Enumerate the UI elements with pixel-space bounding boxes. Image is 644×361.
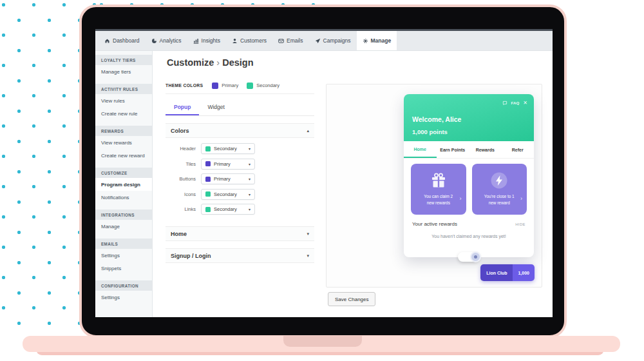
dropdown-value: Secondary	[214, 206, 245, 212]
gear-icon	[363, 38, 368, 44]
nav-item-dashboard[interactable]: Dashboard	[99, 31, 146, 50]
color-swatch	[205, 207, 211, 212]
save-changes-button[interactable]: Save Changes	[328, 292, 375, 306]
nav-item-emails[interactable]: Emails	[272, 31, 309, 50]
tile-text: You're close to 1new reward	[472, 193, 527, 206]
header-color-dropdown[interactable]: Secondary ▾	[201, 143, 255, 154]
top-navbar: Dashboard Analytics Insights Customers E…	[95, 31, 553, 51]
color-swatch	[205, 191, 211, 197]
popup-tab-home[interactable]: Home	[404, 141, 437, 158]
icons-color-dropdown[interactable]: Secondary ▾	[201, 189, 255, 200]
secondary-color-label: Secondary	[256, 83, 279, 88]
paper-plane-icon	[315, 38, 321, 44]
popup-points-text: 1,000 points	[412, 128, 448, 135]
left-sidebar: LOYALTY TIERS Manage tiers ACTIVITY RULE…	[95, 51, 153, 317]
chevron-down-icon: ▾	[307, 231, 309, 237]
sidebar-header-customize: CUSTOMIZE	[95, 168, 152, 178]
sidebar-item-notifications[interactable]: Notifications	[95, 191, 152, 204]
popup-toggle[interactable]	[458, 252, 480, 262]
laptop-base-notch	[283, 336, 362, 347]
section-title: Signup / Login	[171, 253, 211, 259]
color-swatch	[205, 146, 211, 151]
nav-item-analytics[interactable]: Analytics	[146, 31, 187, 50]
color-row-icons: Icons Secondary ▾	[166, 189, 314, 200]
popup-header: FAQ ✕ Welcome, Alice 1,000 points	[404, 94, 534, 141]
breadcrumb-design: Design	[222, 57, 253, 68]
color-swatch	[205, 161, 211, 166]
popup-tiles: You can claim 2new rewards › You're clos…	[404, 159, 534, 215]
laptop-frame: Dashboard Analytics Insights Customers E…	[79, 5, 567, 338]
popup-tab-refer[interactable]: Refer	[502, 141, 535, 158]
sidebar-item-create-new-rule[interactable]: Create new rule	[95, 107, 152, 120]
sidebar-header-configuration: CONFIGURATION	[95, 280, 152, 291]
section-header-signup-login[interactable]: Signup / Login ▾	[166, 248, 314, 263]
home-icon	[104, 38, 110, 44]
tab-popup[interactable]: Popup	[166, 98, 199, 115]
nav-item-manage[interactable]: Manage	[357, 31, 397, 50]
buttons-color-dropdown[interactable]: Primary ▾	[201, 173, 255, 184]
row-label: Tiles	[166, 161, 201, 167]
color-settings: Header Secondary ▾ Tiles Primary ▾	[166, 143, 314, 219]
links-color-dropdown[interactable]: Secondary ▾	[201, 204, 255, 215]
sidebar-item-program-design[interactable]: Program design	[95, 178, 152, 191]
nav-label: Dashboard	[113, 37, 140, 44]
sidebar-header-integrations: INTEGRATIONS	[95, 210, 152, 220]
page-title: Customize›Design	[167, 57, 254, 68]
sidebar-item-manage-tiers[interactable]: Manage tiers	[95, 65, 152, 78]
launcher-points: 1,000	[513, 264, 535, 281]
tab-widget[interactable]: Widget	[199, 98, 232, 115]
chevron-down-icon: ▾	[249, 146, 251, 151]
sidebar-item-view-rewards[interactable]: View rewards	[95, 136, 152, 149]
loyalty-launcher-button[interactable]: Lion Club 1,000	[480, 264, 535, 281]
popup-header-icons: FAQ ✕	[502, 100, 527, 106]
chevron-right-icon: ›	[460, 195, 462, 202]
chat-icon[interactable]	[502, 101, 507, 106]
person-icon	[232, 38, 238, 44]
sidebar-item-email-settings[interactable]: Settings	[95, 249, 152, 262]
faq-button[interactable]: FAQ	[511, 101, 520, 105]
sidebar-item-config-settings[interactable]: Settings	[95, 291, 152, 304]
chevron-up-icon: ▴	[307, 128, 309, 133]
theme-colors-label: THEME COLORS	[166, 83, 203, 88]
app-screen: Dashboard Analytics Insights Customers E…	[95, 29, 553, 317]
sidebar-item-view-rules[interactable]: View rules	[95, 94, 152, 107]
tiles-color-dropdown[interactable]: Primary ▾	[201, 159, 255, 170]
row-label: Header	[166, 146, 201, 151]
design-tabs: Popup Widget	[166, 98, 314, 116]
dropdown-value: Primary	[214, 176, 245, 182]
nav-item-campaigns[interactable]: Campaigns	[309, 31, 357, 50]
section-header-home[interactable]: Home ▾	[166, 226, 314, 241]
preview-panel: FAQ ✕ Welcome, Alice 1,000 points Home E…	[326, 84, 542, 288]
chevron-right-icon: ›	[520, 195, 522, 202]
claim-rewards-tile[interactable]: You can claim 2new rewards ›	[411, 164, 466, 215]
nav-label: Insights	[202, 37, 220, 44]
sidebar-item-create-new-reward[interactable]: Create new reward	[95, 149, 152, 162]
dropdown-value: Secondary	[214, 191, 245, 197]
active-rewards-row: Your active rewards HIDE	[404, 215, 534, 227]
theme-colors-bar: THEME COLORS Primary Secondary	[166, 77, 314, 94]
hide-link[interactable]: HIDE	[515, 222, 526, 226]
popup-tab-rewards[interactable]: Rewards	[469, 141, 502, 158]
dropdown-value: Secondary	[214, 146, 245, 151]
sidebar-header-activity-rules: ACTIVITY RULES	[95, 84, 152, 94]
color-row-links: Links Secondary ▾	[166, 204, 314, 215]
nav-item-customers[interactable]: Customers	[226, 31, 272, 50]
section-header-colors[interactable]: Colors ▴	[166, 123, 314, 138]
popup-tab-earn-points[interactable]: Earn Points	[437, 141, 469, 158]
close-to-reward-tile[interactable]: You're close to 1new reward ›	[472, 164, 527, 215]
sidebar-item-integrations-manage[interactable]: Manage	[95, 220, 152, 233]
nav-label: Campaigns	[323, 37, 351, 44]
nav-label: Manage	[371, 37, 392, 44]
chevron-down-icon: ▾	[249, 207, 251, 211]
primary-color-swatch	[212, 83, 218, 89]
sidebar-item-snippets[interactable]: Snippets	[95, 262, 152, 275]
popup-welcome-text: Welcome, Alice	[412, 115, 461, 123]
color-swatch	[205, 177, 211, 182]
close-icon[interactable]: ✕	[523, 100, 527, 106]
toggle-knob	[470, 251, 481, 262]
tile-text: You can claim 2new rewards	[411, 193, 466, 206]
gift-icon	[411, 170, 466, 191]
color-row-buttons: Buttons Primary ▾	[166, 173, 314, 184]
active-rewards-title: Your active rewards	[412, 221, 457, 227]
nav-item-insights[interactable]: Insights	[187, 31, 226, 50]
